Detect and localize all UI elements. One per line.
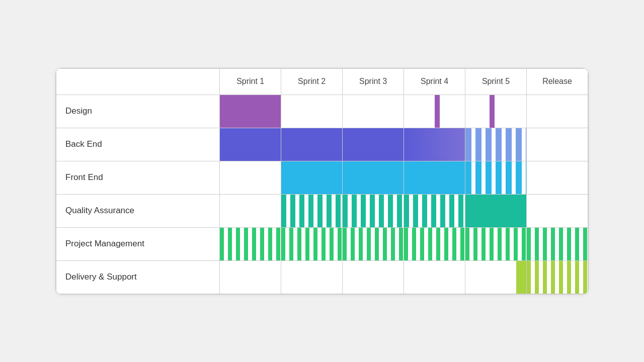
header-label-col bbox=[56, 68, 220, 95]
gantt-chart: Sprint 1 Sprint 2 Sprint 3 Sprint 4 Spri… bbox=[55, 68, 589, 295]
frontend-sprint4 bbox=[404, 161, 465, 194]
qa-sprint4 bbox=[404, 194, 465, 227]
qa-sprint2 bbox=[281, 194, 343, 227]
backend-sprint2 bbox=[281, 128, 343, 161]
delivery-sprint4 bbox=[404, 260, 465, 294]
row-qa: Quality Assurance bbox=[56, 194, 588, 227]
label-frontend: Front End bbox=[56, 161, 220, 194]
pm-sprint2 bbox=[281, 227, 343, 260]
row-pm: Project Management bbox=[56, 227, 588, 260]
delivery-release bbox=[526, 260, 588, 294]
label-delivery: Delivery & Support bbox=[56, 260, 220, 294]
header-release: Release bbox=[526, 68, 588, 95]
frontend-release bbox=[526, 161, 588, 194]
pm-sprint3 bbox=[343, 227, 404, 260]
delivery-sprint5 bbox=[465, 260, 527, 294]
pm-sprint4 bbox=[404, 227, 465, 260]
label-qa: Quality Assurance bbox=[56, 194, 220, 227]
qa-release bbox=[526, 194, 588, 227]
design-release bbox=[526, 95, 588, 128]
header-sprint2: Sprint 2 bbox=[281, 68, 343, 95]
design-sprint4 bbox=[404, 95, 465, 128]
backend-release bbox=[526, 128, 588, 161]
pm-sprint1 bbox=[220, 227, 281, 260]
pm-sprint5 bbox=[465, 227, 527, 260]
label-backend: Back End bbox=[56, 128, 220, 161]
delivery-sprint2 bbox=[281, 260, 343, 294]
frontend-sprint2 bbox=[281, 161, 343, 194]
header-sprint5: Sprint 5 bbox=[465, 68, 527, 95]
header-sprint1: Sprint 1 bbox=[220, 68, 281, 95]
qa-sprint3 bbox=[343, 194, 404, 227]
row-design: Design bbox=[56, 95, 588, 128]
pm-release bbox=[526, 227, 588, 260]
frontend-sprint3 bbox=[343, 161, 404, 194]
design-sprint3 bbox=[343, 95, 404, 128]
delivery-sprint1 bbox=[220, 260, 281, 294]
delivery-sprint3 bbox=[343, 260, 404, 294]
backend-sprint5 bbox=[465, 128, 527, 161]
label-pm: Project Management bbox=[56, 227, 220, 260]
row-frontend: Front End bbox=[56, 161, 588, 194]
qa-sprint5 bbox=[465, 194, 527, 227]
backend-sprint4 bbox=[404, 128, 465, 161]
header-sprint3: Sprint 3 bbox=[343, 68, 404, 95]
header-sprint4: Sprint 4 bbox=[404, 68, 465, 95]
design-sprint1 bbox=[220, 95, 281, 128]
backend-sprint1 bbox=[220, 128, 281, 161]
design-sprint2 bbox=[281, 95, 343, 128]
frontend-sprint1 bbox=[220, 161, 281, 194]
row-delivery: Delivery & Support bbox=[56, 260, 588, 294]
qa-sprint1 bbox=[220, 194, 281, 227]
label-design: Design bbox=[56, 95, 220, 128]
backend-sprint3 bbox=[343, 128, 404, 161]
frontend-sprint5 bbox=[465, 161, 527, 194]
design-sprint5 bbox=[465, 95, 527, 128]
row-backend: Back End bbox=[56, 128, 588, 161]
